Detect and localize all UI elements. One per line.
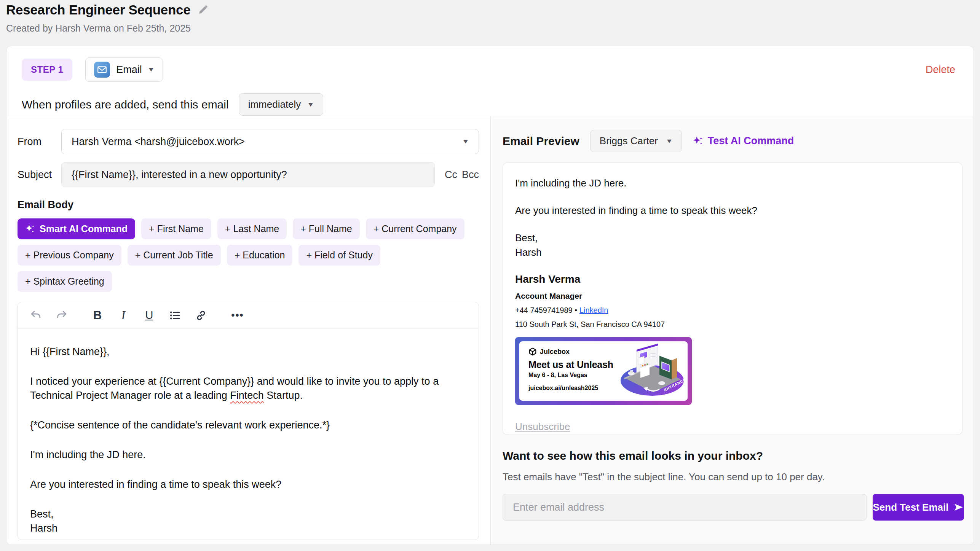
cc-button[interactable]: Cc [445, 169, 457, 181]
underline-button[interactable]: U [143, 308, 156, 323]
test-email-description: Test emails have "Test" in the subject l… [503, 471, 962, 483]
page-title: Research Engineer Sequence [6, 2, 190, 18]
misspelled-word: Fintech [230, 390, 264, 401]
test-email-row: Send Test Email [503, 494, 964, 521]
sequence-editor-screen: Research Engineer Sequence Created by Ha… [0, 0, 980, 551]
bullet-list-icon[interactable] [169, 308, 182, 323]
chip-last-name[interactable]: + Last Name [217, 218, 287, 239]
step-header: STEP 1 Email ▼ Delete When profiles are … [6, 46, 974, 116]
step-type-label: Email [116, 64, 142, 76]
body-paragraph: Hi {{First Name}}, [30, 345, 466, 359]
body-paragraph: I'm including the JD here. [30, 448, 466, 462]
sparkle-icon [25, 224, 35, 234]
from-value: Harsh Verma <harsh@juicebox.work> [72, 136, 245, 148]
signature-job-title: Account Manager [515, 291, 948, 301]
subject-label: Subject [18, 169, 61, 181]
delete-step-button[interactable]: Delete [926, 64, 955, 76]
preview-pane: Email Preview Briggs Carter ▼ Test AI Co… [491, 116, 974, 545]
page-header: Research Engineer Sequence Created by Ha… [6, 2, 209, 34]
edit-title-pencil-icon[interactable] [197, 4, 209, 16]
banner-booth-illustration: ENTRANCE [617, 341, 688, 401]
chip-current-company[interactable]: + Current Company [366, 218, 464, 239]
chip-spintax-greeting[interactable]: + Spintax Greeting [18, 271, 112, 292]
banner-headline: Meet us at Unleash [528, 359, 617, 370]
chevron-down-icon: ▼ [462, 138, 469, 145]
from-label: From [18, 136, 61, 148]
preview-line: Harsh [515, 246, 948, 259]
smart-ai-command-chip[interactable]: Smart AI Command [18, 218, 135, 239]
send-test-email-button[interactable]: Send Test Email [873, 494, 964, 521]
body-paragraph: {*Concise sentence of the candidate's re… [30, 418, 466, 432]
bold-button[interactable]: B [91, 308, 104, 323]
timing-value: immediately [248, 99, 301, 110]
preview-profile-dropdown[interactable]: Briggs Carter ▼ [590, 130, 682, 152]
banner-url: juicebox.ai/unleash2025 [528, 385, 617, 392]
chip-full-name[interactable]: + Full Name [293, 218, 359, 239]
chevron-down-icon: ▼ [147, 66, 155, 73]
chip-field-of-study[interactable]: + Field of Study [298, 245, 380, 266]
subject-input[interactable] [61, 162, 435, 187]
chevron-down-icon: ▼ [307, 101, 314, 108]
step-badge: STEP 1 [22, 59, 72, 81]
signature-phone-line: +44 7459741989 • LinkedIn [515, 306, 948, 315]
italic-button[interactable]: I [117, 308, 130, 323]
more-options-icon[interactable]: ••• [231, 308, 244, 323]
variable-chips: Smart AI Command + First Name + Last Nam… [18, 218, 479, 292]
send-icon [954, 503, 964, 511]
rich-text-editor: B I U ••• Hi {{First Name}}, I notic [18, 302, 479, 540]
bcc-button[interactable]: Bcc [462, 169, 479, 181]
sequence-step-card: STEP 1 Email ▼ Delete When profiles are … [6, 46, 974, 545]
juicebox-logo-icon [528, 347, 537, 356]
chip-first-name[interactable]: + First Name [141, 218, 211, 239]
preview-title: Email Preview [503, 135, 579, 148]
linkedin-link[interactable]: LinkedIn [579, 306, 608, 314]
preview-profile-value: Briggs Carter [600, 135, 658, 147]
chevron-down-icon: ▼ [666, 138, 673, 145]
signature-address: 110 South Park St, San Francisco CA 9410… [515, 320, 948, 329]
email-preview-card: I'm including the JD here. Are you inter… [503, 162, 962, 435]
preview-line: Best, [515, 231, 948, 244]
preview-header: Email Preview Briggs Carter ▼ Test AI Co… [503, 130, 962, 152]
link-icon[interactable] [195, 308, 207, 323]
unsubscribe-link[interactable]: Unsubscribe [515, 421, 570, 433]
body-paragraph: I noticed your experience at {{Current C… [30, 374, 466, 403]
email-icon [94, 62, 110, 78]
email-body-label: Email Body [18, 199, 479, 211]
timing-text: When profiles are added, send this email [22, 98, 229, 111]
body-paragraph: Best,Harsh [30, 507, 466, 535]
undo-icon[interactable] [29, 308, 42, 323]
test-email-heading: Want to see how this email looks in your… [503, 449, 962, 462]
chip-previous-company[interactable]: + Previous Company [18, 245, 121, 266]
compose-pane: From Harsh Verma <harsh@juicebox.work> ▼… [6, 116, 491, 545]
preview-line: Are you interested in finding a time to … [515, 204, 948, 217]
event-banner: Juicebox Meet us at Unleash May 6 - 8, L… [515, 337, 692, 405]
chip-current-job-title[interactable]: + Current Job Title [128, 245, 221, 266]
chip-education[interactable]: + Education [227, 245, 293, 266]
sparkle-icon [693, 136, 703, 147]
body-paragraph: Are you interested in finding a time to … [30, 478, 466, 492]
from-select[interactable]: Harsh Verma <harsh@juicebox.work> ▼ [61, 129, 479, 154]
step-type-dropdown[interactable]: Email ▼ [85, 57, 163, 82]
timing-dropdown[interactable]: immediately ▼ [239, 93, 324, 116]
test-ai-command-button[interactable]: Test AI Command [693, 135, 794, 147]
banner-brand: Juicebox [540, 348, 570, 356]
page-subtitle: Created by Harsh Verma on Feb 25th, 2025 [6, 23, 209, 34]
redo-icon[interactable] [55, 308, 68, 323]
editor-toolbar: B I U ••• [18, 302, 479, 329]
test-email-input[interactable] [503, 494, 867, 521]
preview-line: I'm including the JD here. [515, 177, 948, 190]
email-body-editor[interactable]: Hi {{First Name}}, I noticed your experi… [18, 329, 479, 545]
signature-name: Harsh Verma [515, 273, 948, 285]
banner-dates: May 6 - 8, Las Vegas [528, 372, 617, 379]
